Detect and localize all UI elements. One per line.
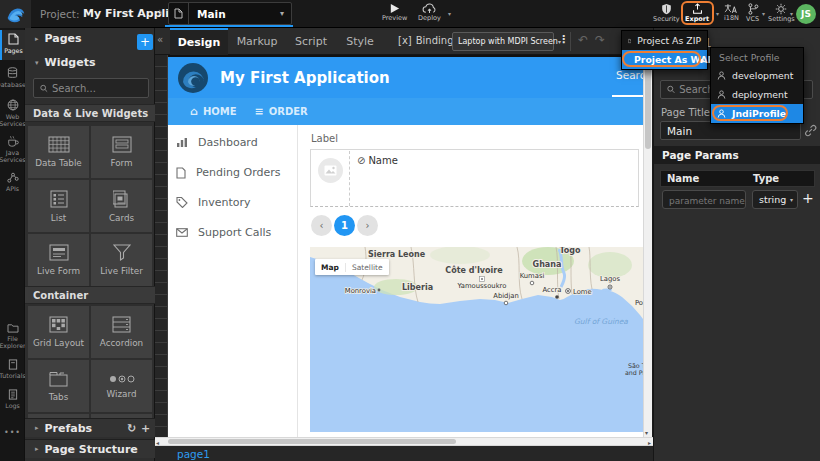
- export-icon: [692, 3, 703, 15]
- tab-style[interactable]: Style: [336, 28, 384, 55]
- vcs-button[interactable]: VCS: [746, 3, 759, 23]
- menu-pending-orders[interactable]: Pending Orders: [176, 166, 280, 179]
- map-widget[interactable]: Sierra Leone Monrovia Liberia Côte d'Ivo…: [310, 247, 643, 432]
- rail-item-more[interactable]: •••: [0, 426, 25, 442]
- list-widget-card[interactable]: ⊘ Name: [310, 149, 639, 207]
- user-avatar[interactable]: JS: [796, 4, 816, 24]
- widget-form[interactable]: Form: [91, 126, 152, 178]
- widget-live-filter[interactable]: Live Filter: [91, 234, 152, 286]
- widget-wizard[interactable]: Wizard: [91, 360, 152, 412]
- label-widget[interactable]: Label: [311, 133, 338, 144]
- rail-item-apis[interactable]: APIs: [0, 168, 25, 194]
- project-label: Project:: [40, 8, 79, 20]
- menu-item-deployment[interactable]: deployment: [711, 85, 803, 104]
- preview-button[interactable]: Preview: [382, 3, 407, 22]
- pagination-next[interactable]: ›: [357, 215, 378, 236]
- menu-item-development[interactable]: development: [711, 66, 803, 85]
- map-label-cote-divoire: Côte d'Ivoire: [445, 265, 503, 275]
- statusbar-page-name[interactable]: page1: [177, 448, 210, 460]
- widget-grid-layout[interactable]: Grid Layout: [28, 306, 89, 358]
- kebab-menu-icon[interactable]: ⋮: [558, 33, 569, 46]
- param-name-input[interactable]: [669, 194, 745, 206]
- widget-live-form[interactable]: Live Form: [28, 234, 89, 286]
- nav-order[interactable]: ≡ ORDER: [255, 105, 308, 118]
- rail-item-logs[interactable]: Logs: [0, 386, 25, 412]
- security-button[interactable]: Security: [653, 3, 680, 23]
- section-data-live-widgets: Data & Live Widgets: [25, 104, 155, 122]
- page-params-header: Page Params: [654, 146, 820, 164]
- menu-inventory[interactable]: Inventory: [176, 196, 251, 209]
- map-button[interactable]: Map: [315, 263, 345, 272]
- menu-dashboard[interactable]: Dashboard: [176, 136, 258, 149]
- page-title-input[interactable]: [667, 125, 800, 137]
- menu-item-jndiprofile[interactable]: JndiProfile: [711, 104, 803, 123]
- export-button[interactable]: Export: [685, 3, 709, 23]
- bind-link-icon[interactable]: [804, 124, 817, 137]
- canvas-vertical-scrollbar[interactable]: ▾: [643, 57, 652, 437]
- rail-item-file-explorer[interactable]: File Explorer: [0, 320, 25, 352]
- map-label-togo: Togo: [559, 247, 581, 255]
- gear-icon: [775, 3, 787, 15]
- widget-cards[interactable]: Cards: [91, 180, 152, 232]
- settings-chevron-icon[interactable]: ▾: [790, 10, 793, 17]
- bind-slash-icon: ⊘: [357, 155, 365, 166]
- redo-icon[interactable]: ↷: [595, 33, 605, 47]
- pages-section-header[interactable]: ▸ Pages: [25, 32, 155, 45]
- rail-item-web-services[interactable]: Web Services: [0, 96, 25, 128]
- rail-item-pages[interactable]: Pages: [0, 30, 25, 60]
- pagination-prev[interactable]: ‹: [311, 215, 332, 236]
- widget-search-input[interactable]: [52, 83, 142, 94]
- add-prefab-icon[interactable]: +: [141, 422, 150, 435]
- rail-item-java-services[interactable]: Java Services: [0, 132, 25, 164]
- menu-item-project-as-zip[interactable]: Project As ZIP: [622, 31, 707, 50]
- chevron-down-icon: ▾: [790, 196, 793, 203]
- widget-list[interactable]: List: [28, 180, 89, 232]
- add-param-button[interactable]: +: [802, 190, 814, 206]
- export-chevron-icon[interactable]: ▾: [716, 10, 719, 17]
- page-title-label: Page Title: [661, 107, 710, 118]
- nav-home[interactable]: ⌂ HOME: [190, 105, 237, 118]
- add-page-button[interactable]: +: [137, 34, 153, 50]
- tab-design[interactable]: Design: [170, 28, 228, 55]
- param-type-select[interactable]: string ▾: [752, 190, 798, 209]
- widget-accordion[interactable]: Accordion: [91, 306, 152, 358]
- param-name-field[interactable]: [662, 190, 746, 209]
- widget-data-table[interactable]: Data Table: [28, 126, 89, 178]
- scroll-down-icon[interactable]: ▾: [645, 428, 648, 437]
- refresh-prefabs-icon[interactable]: ↻: [127, 422, 136, 435]
- collapse-panel-icon[interactable]: «: [157, 34, 163, 45]
- device-selector[interactable]: Laptop with MDPI Screen ▾: [452, 32, 554, 51]
- branch-icon: [747, 3, 759, 15]
- rail-item-tutorials[interactable]: Tutorials: [0, 356, 25, 382]
- rail-item-databases[interactable]: Databases: [0, 64, 25, 92]
- page-selector[interactable]: Main ▾: [168, 2, 292, 25]
- widget-search[interactable]: [33, 78, 149, 98]
- menu-support-calls[interactable]: Support Calls: [176, 226, 271, 239]
- studio-logo[interactable]: [0, 0, 31, 28]
- hscroll-thumb[interactable]: [168, 439, 456, 444]
- deploy-chevron-icon[interactable]: ▾: [448, 10, 451, 17]
- pagination-page-1[interactable]: 1: [334, 215, 355, 236]
- i18n-button[interactable]: i18N: [724, 3, 739, 22]
- vscroll-thumb[interactable]: [645, 59, 651, 149]
- more-icon: •••: [4, 429, 21, 436]
- deploy-button[interactable]: Deploy: [418, 3, 441, 22]
- home-icon: ⌂: [190, 105, 198, 118]
- col-type: Type: [753, 173, 779, 184]
- tab-script[interactable]: Script: [286, 28, 336, 55]
- profile-submenu: Select Profile development deployment Jn…: [710, 47, 804, 124]
- prefabs-section-header[interactable]: ▸ Prefabs ↻ +: [25, 418, 155, 437]
- satellite-button[interactable]: Satellite: [345, 263, 389, 272]
- page-structure-section-header[interactable]: ▸ Page Structure: [25, 439, 155, 458]
- map-label-and-principe: and Príncipe: [625, 369, 643, 377]
- tab-markup[interactable]: Markup: [228, 28, 286, 55]
- undo-icon[interactable]: ↶: [578, 33, 588, 47]
- name-field[interactable]: Name: [368, 155, 398, 166]
- canvas-horizontal-scrollbar[interactable]: ◂ ▸: [155, 437, 653, 446]
- vcs-chevron-icon[interactable]: ▾: [762, 10, 765, 17]
- menu-item-project-as-war[interactable]: Project As WAR ▶: [622, 50, 707, 69]
- widgets-section-header[interactable]: ▾ Widgets: [25, 56, 155, 69]
- canvas-toolbar: « Design Markup Script Style [x] Binding…: [155, 28, 653, 55]
- folder-icon: [7, 323, 19, 333]
- widget-tabs[interactable]: Tabs: [28, 360, 89, 412]
